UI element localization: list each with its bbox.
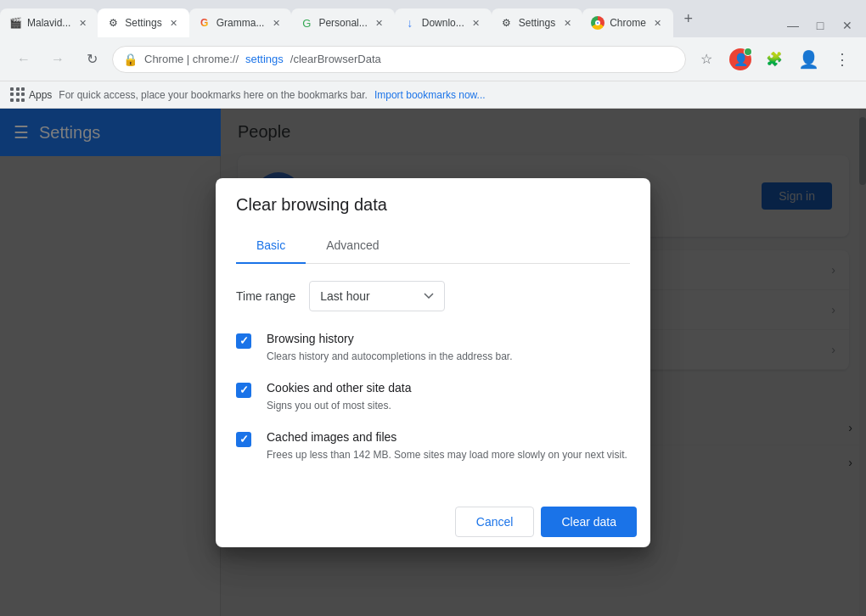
apps-button[interactable]: Apps xyxy=(10,87,52,103)
bookmarks-bar-text: For quick access, place your bookmarks h… xyxy=(59,89,368,101)
tab-malavid[interactable]: 🎬 Malavid... ✕ xyxy=(0,8,98,37)
tab-personal[interactable]: G Personal... ✕ xyxy=(291,8,394,37)
bookmark-button[interactable]: ☆ xyxy=(693,46,720,73)
maximize-button[interactable]: □ xyxy=(808,14,832,37)
check-icon-history: ✓ xyxy=(239,334,249,347)
checkbox-history-title: Browsing history xyxy=(267,332,630,345)
url-chrome-text: Chrome | chrome:// xyxy=(144,53,239,65)
forward-button[interactable]: → xyxy=(44,46,71,73)
url-lock-icon: 🔒 xyxy=(123,53,138,66)
apps-icon xyxy=(10,87,25,103)
cancel-button[interactable]: Cancel xyxy=(455,507,535,537)
tab5-close[interactable]: ✕ xyxy=(470,16,483,30)
minimize-button[interactable]: — xyxy=(781,14,805,37)
tab4-label: Personal... xyxy=(318,17,367,29)
new-tab-button[interactable]: + xyxy=(677,7,700,31)
tabs-container: 🎬 Malavid... ✕ ⚙ Settings ✕ G Gramma... … xyxy=(0,0,774,37)
url-bar[interactable]: 🔒 Chrome | chrome://settings/clearBrowse… xyxy=(112,46,686,73)
tab-advanced[interactable]: Advanced xyxy=(306,228,399,264)
checkbox-history-wrapper[interactable]: ✓ xyxy=(236,333,253,350)
checkbox-history-content: Browsing history Clears history and auto… xyxy=(267,332,630,364)
checkbox-cached-wrapper[interactable]: ✓ xyxy=(236,432,253,449)
profile-badge xyxy=(744,48,752,56)
tab2-favicon: ⚙ xyxy=(106,16,120,30)
time-range-label: Time range xyxy=(236,289,295,303)
tab4-close[interactable]: ✕ xyxy=(373,16,386,30)
tab1-favicon: 🎬 xyxy=(8,16,22,30)
tab3-label: Gramma... xyxy=(216,17,265,29)
tab6-label: Settings xyxy=(519,17,555,29)
back-button[interactable]: ← xyxy=(10,46,37,73)
tab3-close[interactable]: ✕ xyxy=(269,16,283,30)
tab3-favicon: G xyxy=(198,16,211,30)
window-controls: — □ ✕ xyxy=(774,14,866,37)
tab-gramma[interactable]: G Gramma... ✕ xyxy=(189,8,292,37)
tab6-close[interactable]: ✕ xyxy=(560,16,574,30)
checkbox-cached: ✓ Cached images and files Frees up less … xyxy=(236,430,630,462)
chrome-menu-button[interactable]: ⋮ xyxy=(829,46,856,73)
tab4-favicon: G xyxy=(300,16,313,30)
tab1-label: Malavid... xyxy=(27,17,70,29)
checkbox-cookies-desc: Signs you out of most sites. xyxy=(267,398,630,413)
title-bar: 🎬 Malavid... ✕ ⚙ Settings ✕ G Gramma... … xyxy=(0,0,866,37)
checkbox-cookies: ✓ Cookies and other site data Signs you … xyxy=(236,381,630,413)
modal-footer: Cancel Clear data xyxy=(216,496,650,547)
clear-data-button[interactable]: Clear data xyxy=(541,507,637,537)
profile-avatar-button[interactable]: 👤 xyxy=(727,46,754,73)
tab5-favicon: ↓ xyxy=(403,16,417,30)
checkbox-cached-content: Cached images and files Frees up less th… xyxy=(267,430,630,462)
time-range-select[interactable]: Last hour Last 24 hours Last 7 days Last… xyxy=(309,281,445,311)
url-suffix-text: /clearBrowserData xyxy=(290,53,381,65)
time-range-row: Time range Last hour Last 24 hours Last … xyxy=(236,281,630,311)
tab-chrome[interactable]: Chrome ✕ xyxy=(582,8,673,37)
close-button[interactable]: ✕ xyxy=(835,14,859,37)
tab7-close[interactable]: ✕ xyxy=(651,16,665,30)
address-bar: ← → ↻ 🔒 Chrome | chrome://settings/clear… xyxy=(0,37,866,81)
check-icon-cookies: ✓ xyxy=(239,384,249,396)
browser-frame: 🎬 Malavid... ✕ ⚙ Settings ✕ G Gramma... … xyxy=(0,0,866,616)
user-account-button[interactable]: 👤 xyxy=(795,46,822,73)
tab5-label: Downlo... xyxy=(422,17,464,29)
check-icon-cached: ✓ xyxy=(239,433,249,445)
modal-title: Clear browsing data xyxy=(236,195,630,215)
tab7-label: Chrome xyxy=(610,17,646,29)
url-path-text: settings xyxy=(245,53,284,65)
tab6-favicon: ⚙ xyxy=(500,16,514,30)
checkbox-cookies-title: Cookies and other site data xyxy=(267,381,630,395)
modal-header: Clear browsing data Basic Advanced xyxy=(216,178,650,264)
tab-downloads[interactable]: ↓ Downlo... ✕ xyxy=(395,8,492,37)
tab7-favicon xyxy=(591,16,605,30)
checkbox-cookies-content: Cookies and other site data Signs you ou… xyxy=(267,381,630,413)
modal-tabs: Basic Advanced xyxy=(236,228,630,264)
modal-body: Time range Last hour Last 24 hours Last … xyxy=(216,264,650,496)
tab-settings-active[interactable]: ⚙ Settings ✕ xyxy=(98,8,188,37)
reload-button[interactable]: ↻ xyxy=(78,46,105,73)
bookmarks-bar: Apps For quick access, place your bookma… xyxy=(0,81,866,109)
modal-overlay: Clear browsing data Basic Advanced Time … xyxy=(0,109,866,616)
checkbox-cached-desc: Frees up less than 142 MB. Some sites ma… xyxy=(267,447,630,462)
content-area: ☰ 🔍 Search settings People xyxy=(0,109,866,616)
extensions-button[interactable]: 🧩 xyxy=(761,46,788,73)
checkbox-browsing-history: ✓ Browsing history Clears history and au… xyxy=(236,332,630,364)
apps-label: Apps xyxy=(29,89,52,101)
tab1-close[interactable]: ✕ xyxy=(76,16,89,30)
checkbox-history-desc: Clears history and autocompletions in th… xyxy=(267,349,630,364)
star-icon: ☆ xyxy=(700,51,712,67)
checkbox-cookies-input[interactable]: ✓ xyxy=(236,383,251,398)
tab-basic[interactable]: Basic xyxy=(236,228,306,264)
tab2-label: Settings xyxy=(125,17,161,29)
checkbox-cookies-wrapper[interactable]: ✓ xyxy=(236,383,253,400)
checkbox-history-input[interactable]: ✓ xyxy=(236,333,251,349)
tab2-close[interactable]: ✕ xyxy=(167,16,181,30)
checkbox-cached-title: Cached images and files xyxy=(267,430,630,444)
checkbox-cached-input[interactable]: ✓ xyxy=(236,432,251,447)
clear-browsing-data-dialog: Clear browsing data Basic Advanced Time … xyxy=(216,178,650,547)
tab-settings2[interactable]: ⚙ Settings ✕ xyxy=(492,8,582,37)
import-bookmarks-link[interactable]: Import bookmarks now... xyxy=(374,89,486,101)
